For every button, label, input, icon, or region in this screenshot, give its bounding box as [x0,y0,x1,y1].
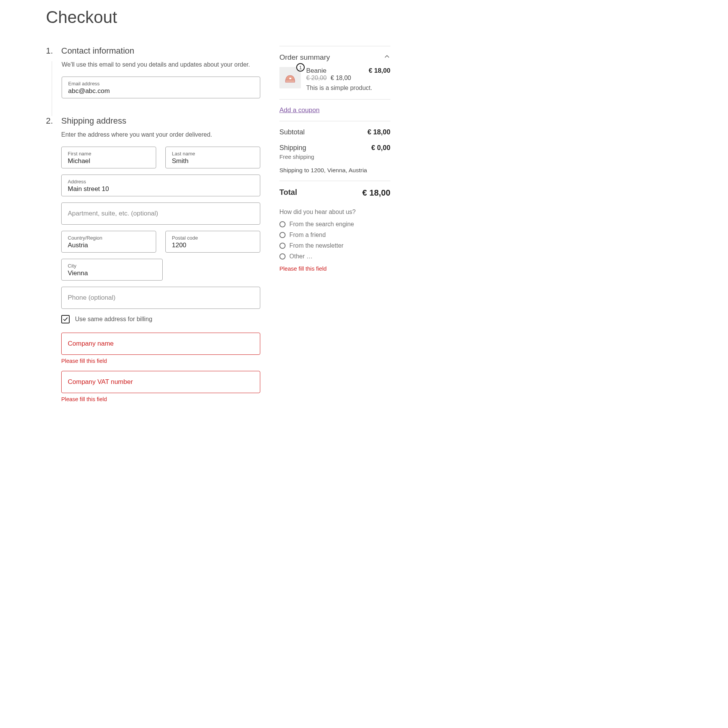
last-name-field[interactable]: Last name [165,147,260,168]
company-name-error: Please fill this field [61,358,260,364]
total-value: € 18,00 [362,188,390,198]
product-orig-price: € 20,00 [306,75,326,81]
email-label: Email address [68,81,254,87]
section-num-1: 1. [46,46,61,56]
contact-desc: We'll use this email to send you details… [62,61,260,68]
address-input[interactable] [68,185,254,193]
company-vat-placeholder: Company VAT number [68,378,133,385]
company-vat-field[interactable]: Company VAT number [61,371,260,393]
svg-rect-0 [286,80,295,82]
survey-option-search[interactable]: From the search engine [279,221,390,228]
radio-icon [279,253,286,260]
product-desc: This is a simple product. [306,84,390,92]
apartment-field[interactable]: Apartment, suite, etc. (optional) [61,202,260,225]
survey-option-newsletter[interactable]: From the newsletter [279,242,390,249]
postal-input[interactable] [172,242,254,249]
phone-field[interactable]: Phone (optional) [61,287,260,309]
order-summary-title: Order summary [279,53,330,62]
section-num-2: 2. [46,116,61,126]
checkout-form: 1. Contact information We'll use this em… [46,46,260,421]
phone-placeholder: Phone (optional) [68,294,116,301]
survey-opt4-label: Other … [289,253,312,260]
survey-error: Please fill this field [279,265,390,272]
last-name-label: Last name [172,151,254,157]
shipping-to: Shipping to 1200, Vienna, Austria [279,166,390,181]
beanie-icon [282,70,298,85]
survey-opt3-label: From the newsletter [289,242,343,249]
company-name-placeholder: Company name [68,340,114,347]
product-name: Beanie [306,67,326,75]
survey-option-other[interactable]: Other … [279,253,390,260]
company-vat-error: Please fill this field [61,396,260,402]
section-title-shipping: Shipping address [61,116,126,126]
city-label: City [68,263,156,269]
check-icon [63,317,68,322]
add-coupon-link[interactable]: Add a coupon [279,106,320,114]
radio-icon [279,243,286,249]
apartment-placeholder: Apartment, suite, etc. (optional) [68,210,158,217]
company-name-field[interactable]: Company name [61,333,260,355]
survey-opt2-label: From a friend [289,232,326,238]
total-label: Total [279,188,297,198]
page-title: Checkout [46,8,682,27]
same-billing-label: Use same address for billing [75,316,152,323]
same-billing-checkbox[interactable] [61,315,70,323]
chevron-up-icon [384,53,390,60]
shipping-note: Free shipping [279,153,390,166]
email-input[interactable] [68,87,254,95]
svg-rect-1 [289,78,291,79]
last-name-input[interactable] [172,157,254,165]
address-label: Address [68,179,254,184]
first-name-field[interactable]: First name [61,147,156,168]
country-label: Country/Region [68,235,150,241]
city-field[interactable]: City [61,259,163,281]
radio-icon [279,232,286,238]
subtotal-value: € 18,00 [367,128,390,136]
cart-item: 1 Beanie € 18,00 € 20,00 € 18,00 This is… [279,67,390,99]
product-price: € 18,00 [369,67,390,75]
email-field[interactable]: Email address [62,77,260,98]
subtotal-label: Subtotal [279,128,305,136]
first-name-label: First name [68,151,150,157]
radio-icon [279,221,286,227]
country-field[interactable]: Country/Region [61,231,156,253]
city-input[interactable] [68,269,156,277]
postal-label: Postal code [172,235,254,241]
survey: How did you hear about us? From the sear… [279,209,390,272]
section-title-contact: Contact information [61,46,134,56]
country-input[interactable] [68,242,150,249]
first-name-input[interactable] [68,157,150,165]
address-field[interactable]: Address [61,175,260,196]
order-summary-panel: Order summary 1 Beanie € 18,00 [279,46,390,421]
survey-question: How did you hear about us? [279,209,390,215]
survey-option-friend[interactable]: From a friend [279,232,390,238]
shipping-value: € 0,00 [371,144,390,152]
product-sale-price: € 18,00 [331,75,351,81]
collapse-button[interactable] [384,53,390,62]
postal-field[interactable]: Postal code [165,231,260,253]
shipping-label: Shipping [279,144,306,152]
qty-badge: 1 [296,63,305,72]
shipping-desc: Enter the address where you want your or… [61,131,260,138]
survey-opt1-label: From the search engine [289,221,354,228]
